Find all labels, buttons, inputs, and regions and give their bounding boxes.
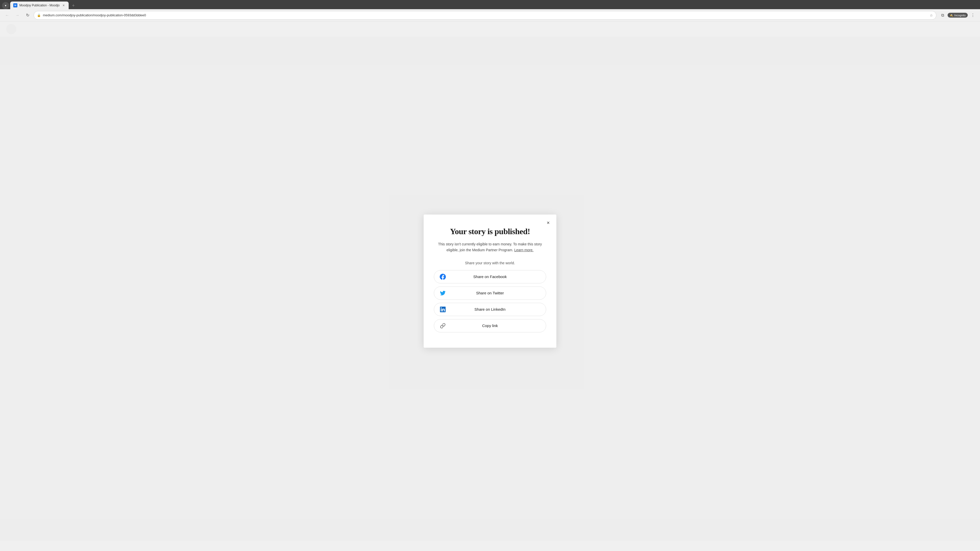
browser-toolbar: ← → ↻ 🔒 medium.com/moodjoy-publication/m… bbox=[0, 9, 980, 21]
tab-bar: ▾ M Moodjoy Publication - Moodjo × + bbox=[0, 0, 980, 9]
incognito-label: Incognito bbox=[954, 14, 966, 17]
forward-button[interactable]: → bbox=[13, 11, 21, 19]
copy-link-label: Copy link bbox=[482, 324, 498, 328]
share-facebook-button[interactable]: Share on Facebook bbox=[434, 270, 546, 283]
modal-description: This story isn't currently eligible to e… bbox=[434, 241, 546, 253]
tab-title: Moodjoy Publication - Moodjo bbox=[19, 3, 59, 7]
share-linkedin-label: Share on LinkedIn bbox=[474, 307, 506, 311]
learn-more-link[interactable]: Learn more. bbox=[514, 248, 533, 252]
share-twitter-label: Share on Twitter bbox=[476, 291, 504, 295]
bookmark-icon[interactable]: ☆ bbox=[930, 13, 933, 17]
twitter-icon bbox=[439, 289, 446, 297]
copy-link-button[interactable]: Copy link bbox=[434, 319, 546, 332]
share-subtitle: Share your story with the world. bbox=[434, 261, 546, 265]
modal-overlay: × Your story is published! This story is… bbox=[0, 21, 980, 541]
browser-chrome: ▾ M Moodjoy Publication - Moodjo × + ← →… bbox=[0, 0, 980, 21]
published-modal: × Your story is published! This story is… bbox=[424, 214, 556, 348]
incognito-badge: 🕵 Incognito bbox=[948, 13, 968, 17]
lock-icon: 🔒 bbox=[37, 14, 41, 17]
new-tab-button[interactable]: + bbox=[70, 2, 77, 9]
page-content: × Your story is published! This story is… bbox=[0, 21, 980, 541]
tab-favicon: M bbox=[13, 3, 18, 7]
share-buttons-container: Share on Facebook Share on Twitter bbox=[434, 270, 546, 332]
sidebar-button[interactable]: ⧉ bbox=[939, 11, 947, 19]
link-icon bbox=[439, 322, 446, 329]
sidebar-icon: ⧉ bbox=[941, 13, 944, 17]
share-facebook-label: Share on Facebook bbox=[473, 275, 507, 279]
url-text: medium.com/moodjoy-publication/moodjoy-p… bbox=[43, 13, 928, 17]
share-twitter-button[interactable]: Share on Twitter bbox=[434, 286, 546, 300]
active-tab[interactable]: M Moodjoy Publication - Moodjo × bbox=[10, 2, 68, 9]
menu-button[interactable]: ⋮ bbox=[969, 11, 977, 19]
tab-close-button[interactable]: × bbox=[62, 3, 65, 7]
share-linkedin-button[interactable]: Share on LinkedIn bbox=[434, 303, 546, 316]
tab-dropdown-button[interactable]: ▾ bbox=[2, 2, 9, 9]
address-bar[interactable]: 🔒 medium.com/moodjoy-publication/moodjoy… bbox=[34, 11, 936, 20]
modal-close-button[interactable]: × bbox=[544, 219, 552, 227]
menu-icon: ⋮ bbox=[971, 13, 975, 17]
modal-title: Your story is published! bbox=[434, 227, 546, 236]
toolbar-actions: ⧉ 🕵 Incognito ⋮ bbox=[939, 11, 977, 19]
linkedin-icon bbox=[439, 306, 446, 313]
incognito-icon: 🕵 bbox=[950, 14, 953, 17]
reload-button[interactable]: ↻ bbox=[24, 11, 32, 19]
facebook-icon bbox=[439, 273, 446, 280]
back-button[interactable]: ← bbox=[3, 11, 11, 19]
